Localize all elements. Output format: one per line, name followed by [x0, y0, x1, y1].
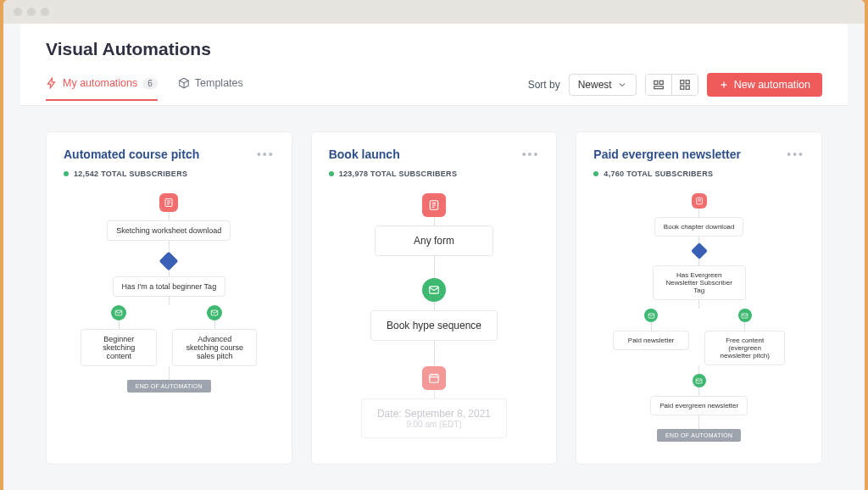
email-icon: [207, 305, 222, 320]
chevron-down-icon: [617, 80, 627, 90]
cards-row: Automated course pitch ••• 12,542 TOTAL …: [20, 106, 848, 490]
svg-rect-2: [654, 86, 663, 89]
svg-rect-1: [659, 81, 663, 84]
email-icon: [111, 305, 126, 320]
flow-branch: Beginner sketching content Advanced sket…: [81, 305, 257, 366]
toolbar-right: Sort by Newest New automation: [528, 73, 822, 105]
calendar-icon: [422, 366, 446, 390]
flow-preview: Book chapter download Has Evergreen News…: [593, 178, 804, 448]
flow-end: END OF AUTOMATION: [127, 380, 211, 393]
flow-node: Paid newsletter: [613, 331, 689, 350]
flow-node: Advanced sketching course sales pitch: [172, 329, 257, 366]
sort-value: Newest: [578, 79, 612, 91]
tabs: My automations 6 Templates: [46, 77, 243, 101]
plus-icon: [719, 80, 729, 90]
email-icon: [422, 278, 446, 302]
spark-icon: [46, 77, 58, 89]
card-head: Book launch •••: [329, 148, 540, 161]
tab-templates[interactable]: Templates: [178, 77, 243, 101]
tab-label: Templates: [195, 77, 243, 89]
diamond-icon: [691, 242, 708, 259]
button-label: New automation: [734, 79, 810, 91]
svg-rect-5: [680, 86, 683, 89]
flow-node: Sketching worksheet download: [107, 220, 231, 241]
svg-rect-12: [430, 375, 439, 382]
flow-node: Has Evergreen Newsletter Subscriber Tag: [653, 265, 746, 300]
date-time: 9:00 am (EDT): [377, 420, 491, 429]
card-title: Paid evergreen newsletter: [593, 148, 741, 161]
flow-node: Paid evergreen newsletter: [650, 396, 748, 415]
status-dot-active: [64, 171, 69, 176]
sort-dropdown[interactable]: Newest: [569, 74, 637, 96]
card-more-button[interactable]: •••: [522, 148, 540, 161]
page-title: Visual Automations: [46, 39, 822, 59]
view-list-button[interactable]: [646, 75, 671, 95]
email-icon: [644, 309, 658, 322]
subscribers-text: 123,978 TOTAL SUBSCRIBERS: [339, 170, 458, 178]
card-head: Automated course pitch •••: [64, 148, 275, 161]
diamond-icon: [159, 252, 179, 271]
flow-node: Beginner sketching content: [81, 329, 157, 366]
view-toggle: [645, 74, 698, 96]
flow-node: Free content (evergreen newsletter pitch…: [704, 331, 785, 365]
tab-my-automations[interactable]: My automations 6: [46, 77, 158, 101]
date-label: Date: September 8, 2021: [377, 408, 491, 420]
email-icon: [738, 309, 752, 322]
new-automation-button[interactable]: New automation: [707, 73, 822, 97]
flow-node: Has I'm a total beginner Tag: [113, 276, 226, 297]
subscribers-text: 12,542 TOTAL SUBSCRIBERS: [74, 170, 187, 178]
status-dot-active: [593, 171, 598, 176]
automation-card[interactable]: Automated course pitch ••• 12,542 TOTAL …: [46, 131, 292, 465]
card-head: Paid evergreen newsletter •••: [593, 148, 804, 161]
window-max-dot[interactable]: [41, 8, 49, 16]
form-icon: [159, 193, 178, 212]
status-dot-active: [329, 171, 334, 176]
flow-node: Any form: [375, 226, 493, 256]
grid-icon: [679, 79, 691, 91]
flow-node: Book chapter download: [654, 217, 744, 237]
view-grid-button[interactable]: [671, 75, 698, 95]
automation-card[interactable]: Book launch ••• 123,978 TOTAL SUBSCRIBER…: [311, 131, 558, 465]
card-title: Automated course pitch: [64, 148, 199, 161]
svg-rect-6: [686, 86, 689, 89]
list-icon: [653, 79, 665, 91]
box-icon: [178, 77, 190, 89]
form-icon: [422, 193, 446, 217]
svg-rect-0: [654, 81, 657, 84]
card-title: Book launch: [329, 148, 400, 161]
email-icon: [693, 374, 706, 387]
tab-count-badge: 6: [142, 78, 158, 89]
tab-label: My automations: [63, 77, 137, 89]
flow-preview: Any form Book hype sequence Da: [329, 178, 540, 448]
content-frame: Visual Automations My automations 6 Temp…: [20, 24, 848, 490]
app-window: Visual Automations My automations 6 Temp…: [3, 0, 865, 490]
flow-node-date: Date: September 8, 2021 9:00 am (EDT): [361, 398, 507, 438]
flow-branch: Paid newsletter Free content (evergreen …: [613, 309, 785, 365]
tabs-row: My automations 6 Templates Sort by Newes…: [20, 59, 848, 106]
card-subscribers: 123,978 TOTAL SUBSCRIBERS: [329, 170, 540, 178]
card-subscribers: 12,542 TOTAL SUBSCRIBERS: [64, 170, 275, 178]
automation-card[interactable]: Paid evergreen newsletter ••• 4,760 TOTA…: [576, 131, 822, 465]
subscribers-text: 4,760 TOTAL SUBSCRIBERS: [604, 170, 713, 178]
flow-end: END OF AUTOMATION: [657, 429, 741, 442]
titlebar: [3, 0, 865, 24]
flow-preview: Sketching worksheet download Has I'm a t…: [64, 178, 275, 448]
svg-rect-4: [686, 81, 689, 84]
flow-node: Book hype sequence: [370, 310, 498, 341]
sort-label: Sort by: [528, 79, 560, 91]
form-icon: [692, 193, 707, 209]
window-min-dot[interactable]: [27, 8, 36, 16]
card-subscribers: 4,760 TOTAL SUBSCRIBERS: [593, 170, 804, 178]
page-header: Visual Automations: [20, 24, 848, 59]
card-more-button[interactable]: •••: [257, 148, 275, 161]
window-close-dot[interactable]: [14, 8, 22, 16]
svg-rect-3: [680, 81, 683, 84]
card-more-button[interactable]: •••: [787, 148, 804, 161]
